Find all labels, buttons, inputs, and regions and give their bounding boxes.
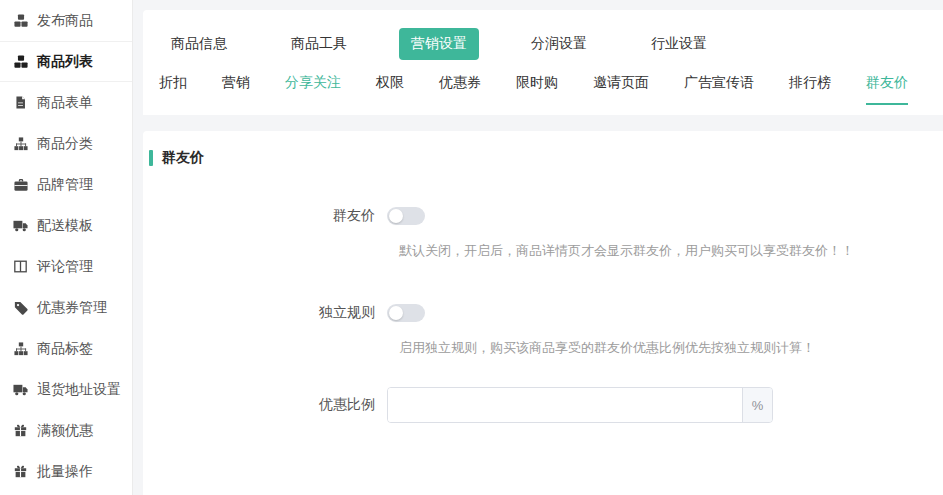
sidebar-item[interactable]: 品牌管理: [0, 164, 132, 205]
form-row: 优惠比例 %: [147, 387, 943, 423]
sidebar-item[interactable]: 商品列表: [0, 41, 132, 82]
sitemap-icon: [13, 136, 28, 151]
sidebar-item[interactable]: 商品表单: [0, 82, 132, 123]
sidebar-item-label: 优惠券管理: [37, 299, 107, 317]
sub-tab[interactable]: 营销: [222, 74, 250, 105]
sub-tab[interactable]: 邀请页面: [593, 74, 649, 105]
sidebar-item-label: 商品标签: [37, 340, 93, 358]
section-title: 群友价: [162, 149, 204, 167]
sub-tab[interactable]: 折扣: [159, 74, 187, 105]
main-tab[interactable]: 分润设置: [519, 28, 599, 60]
main-tab[interactable]: 行业设置: [639, 28, 719, 60]
discount-ratio-input[interactable]: [388, 388, 742, 422]
settings-form: 群友价 默认关闭，开启后，商品详情页才会显示群友价，用户购买可以享受群友价！！ …: [147, 207, 943, 423]
independent-rule-help: 启用独立规则，购买该商品享受的群友价优惠比例优先按独立规则计算！: [399, 339, 943, 357]
sidebar-item[interactable]: 商品分类: [0, 123, 132, 164]
percent-suffix: %: [742, 388, 772, 422]
friend-price-toggle[interactable]: [387, 207, 425, 225]
sidebar-item-label: 退货地址设置: [37, 381, 121, 399]
briefcase-icon: [13, 177, 28, 192]
sub-tab[interactable]: 限时购: [516, 74, 558, 105]
sidebar-item[interactable]: 发布商品: [0, 0, 132, 41]
discount-ratio-input-group: %: [387, 387, 773, 423]
sidebar-item[interactable]: 满额优惠: [0, 410, 132, 451]
cubes-icon: [13, 54, 28, 69]
friend-price-label: 群友价: [147, 207, 387, 225]
sub-tab[interactable]: 分享关注: [285, 74, 341, 105]
main-tabs: 商品信息商品工具营销设置分润设置行业设置: [159, 28, 943, 60]
sub-tabs: 折扣营销分享关注权限优惠券限时购邀请页面广告宣传语排行榜群友价: [159, 74, 943, 105]
section-header: 群友价: [149, 149, 943, 167]
sidebar-item-label: 发布商品: [37, 12, 93, 30]
toggle-knob: [389, 306, 403, 320]
columns-icon: [13, 259, 28, 274]
sidebar-item-label: 评论管理: [37, 258, 93, 276]
sidebar-item-label: 批量操作: [37, 463, 93, 481]
app-window: 发布商品 商品列表 商品表单 商品分类 品牌管理 配送模板 评论管理 优惠券管理…: [0, 0, 943, 495]
sidebar-item-label: 满额优惠: [37, 422, 93, 440]
toggle-knob: [389, 209, 403, 223]
sidebar-item[interactable]: 退货地址设置: [0, 369, 132, 410]
main-tab[interactable]: 营销设置: [399, 28, 479, 60]
main-tab[interactable]: 商品工具: [279, 28, 359, 60]
sidebar-item[interactable]: 商品标签: [0, 328, 132, 369]
sidebar: 发布商品 商品列表 商品表单 商品分类 品牌管理 配送模板 评论管理 优惠券管理…: [0, 0, 133, 495]
main-tab[interactable]: 商品信息: [159, 28, 239, 60]
sidebar-item-label: 商品列表: [37, 53, 93, 71]
sub-tab[interactable]: 排行榜: [789, 74, 831, 105]
sidebar-item-label: 品牌管理: [37, 176, 93, 194]
cubes-icon: [13, 13, 28, 28]
sub-tab[interactable]: 广告宣传语: [684, 74, 754, 105]
tabs-card: 商品信息商品工具营销设置分润设置行业设置 折扣营销分享关注权限优惠券限时购邀请页…: [143, 10, 943, 115]
file-icon: [13, 95, 28, 110]
form-row: 独立规则: [147, 304, 943, 322]
sidebar-item-label: 商品表单: [37, 94, 93, 112]
main-content: 商品信息商品工具营销设置分润设置行业设置 折扣营销分享关注权限优惠券限时购邀请页…: [133, 0, 943, 495]
independent-rule-toggle[interactable]: [387, 304, 425, 322]
truck-icon: [13, 382, 28, 397]
sub-tab[interactable]: 群友价: [866, 74, 908, 105]
tag-icon: [13, 300, 28, 315]
independent-rule-label: 独立规则: [147, 304, 387, 322]
friend-price-help: 默认关闭，开启后，商品详情页才会显示群友价，用户购买可以享受群友价！！: [399, 242, 943, 260]
sidebar-item[interactable]: 配送模板: [0, 205, 132, 246]
sidebar-item-label: 商品分类: [37, 135, 93, 153]
sidebar-item-label: 配送模板: [37, 217, 93, 235]
section-accent-bar: [149, 150, 153, 166]
truck-icon: [13, 218, 28, 233]
settings-panel: 群友价 群友价 默认关闭，开启后，商品详情页才会显示群友价，用户购买可以享受群友…: [143, 131, 943, 495]
sitemap-icon: [13, 341, 28, 356]
form-row: 群友价: [147, 207, 943, 225]
sidebar-item[interactable]: 评论管理: [0, 246, 132, 287]
sidebar-item[interactable]: 批量操作: [0, 451, 132, 492]
sidebar-item[interactable]: 优惠券管理: [0, 287, 132, 328]
discount-ratio-label: 优惠比例: [147, 396, 387, 414]
gift-icon: [13, 423, 28, 438]
gift-icon: [13, 464, 28, 479]
sub-tab[interactable]: 权限: [376, 74, 404, 105]
sub-tab[interactable]: 优惠券: [439, 74, 481, 105]
